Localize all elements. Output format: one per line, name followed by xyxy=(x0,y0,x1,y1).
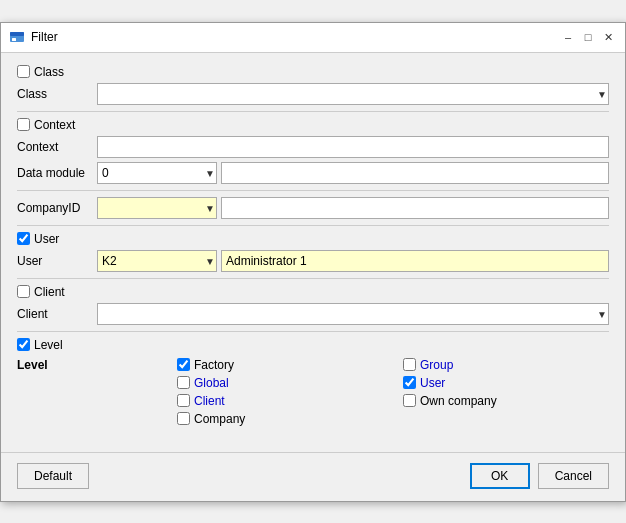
client-row: Client ▼ xyxy=(17,303,609,325)
datamodule-controls: 0 ▼ xyxy=(97,162,609,184)
factory-item: Factory xyxy=(177,358,383,372)
company-checkbox[interactable] xyxy=(177,412,190,425)
datamodule-text-input[interactable] xyxy=(221,162,609,184)
level-checkbox[interactable] xyxy=(17,338,30,351)
context-control xyxy=(97,136,609,158)
context-header: Context xyxy=(17,118,609,132)
user-text-input[interactable] xyxy=(221,250,609,272)
client-level-item: Client xyxy=(177,394,383,408)
user-controls: K2 ▼ xyxy=(97,250,609,272)
level-header: Level xyxy=(17,338,609,352)
ok-button[interactable]: OK xyxy=(470,463,530,489)
companyid-row: CompanyID ▼ xyxy=(17,197,609,219)
datamodule-select-wrapper: 0 ▼ xyxy=(97,162,217,184)
global-label: Global xyxy=(194,376,229,390)
companyid-text-input[interactable] xyxy=(221,197,609,219)
title-controls: – □ ✕ xyxy=(559,28,617,46)
class-checkbox[interactable] xyxy=(17,65,30,78)
footer: Default OK Cancel xyxy=(1,452,625,501)
svg-rect-1 xyxy=(10,32,24,36)
context-checkbox[interactable] xyxy=(17,118,30,131)
client-control: ▼ xyxy=(97,303,609,325)
user-level-checkbox[interactable] xyxy=(403,376,416,389)
company-label: Company xyxy=(194,412,245,426)
client-level-label: Client xyxy=(194,394,225,408)
client-select-wrapper: ▼ xyxy=(97,303,609,325)
companyid-select-wrapper: ▼ xyxy=(97,197,217,219)
client-field-label: Client xyxy=(17,307,97,321)
user-checkbox[interactable] xyxy=(17,232,30,245)
context-field-label: Context xyxy=(17,140,97,154)
client-header: Client xyxy=(17,285,609,299)
svg-rect-2 xyxy=(12,38,16,41)
level-field-label: Level xyxy=(17,356,97,372)
dialog-content: Class Class ▼ Context Context xyxy=(1,53,625,444)
divider-2 xyxy=(17,190,609,191)
divider-4 xyxy=(17,278,609,279)
datamodule-row: Data module 0 ▼ xyxy=(17,162,609,184)
factory-checkbox[interactable] xyxy=(177,358,190,371)
window-icon xyxy=(9,29,25,45)
user-select-wrapper: K2 ▼ xyxy=(97,250,217,272)
user-select[interactable]: K2 xyxy=(97,250,217,272)
datamodule-select[interactable]: 0 xyxy=(97,162,217,184)
level-checkboxes-container: Factory Group Global User xyxy=(97,356,609,426)
default-button[interactable]: Default xyxy=(17,463,89,489)
divider-1 xyxy=(17,111,609,112)
companyid-controls: ▼ xyxy=(97,197,609,219)
class-section: Class Class ▼ xyxy=(17,65,609,105)
factory-label: Factory xyxy=(194,358,234,372)
group-item: Group xyxy=(403,358,609,372)
group-checkbox[interactable] xyxy=(403,358,416,371)
cancel-button[interactable]: Cancel xyxy=(538,463,609,489)
user-field-label: User xyxy=(17,254,97,268)
class-control: ▼ xyxy=(97,83,609,105)
own-company-item: Own company xyxy=(403,394,609,408)
title-bar: Filter – □ ✕ xyxy=(1,23,625,53)
title-bar-left: Filter xyxy=(9,29,58,45)
user-section: User User K2 ▼ xyxy=(17,232,609,272)
context-section: Context Context Data module 0 ▼ xyxy=(17,118,609,184)
client-select[interactable] xyxy=(97,303,609,325)
context-section-label: Context xyxy=(34,118,75,132)
footer-buttons: OK Cancel xyxy=(470,463,609,489)
minimize-button[interactable]: – xyxy=(559,28,577,46)
client-checkbox[interactable] xyxy=(17,285,30,298)
datamodule-label: Data module xyxy=(17,166,97,180)
class-select[interactable] xyxy=(97,83,609,105)
user-header: User xyxy=(17,232,609,246)
user-level-label: User xyxy=(420,376,445,390)
class-row: Class ▼ xyxy=(17,83,609,105)
divider-3 xyxy=(17,225,609,226)
level-section-label: Level xyxy=(34,338,63,352)
user-section-label: User xyxy=(34,232,59,246)
own-company-label: Own company xyxy=(420,394,497,408)
maximize-button[interactable]: □ xyxy=(579,28,597,46)
close-button[interactable]: ✕ xyxy=(599,28,617,46)
client-level-checkbox[interactable] xyxy=(177,394,190,407)
divider-5 xyxy=(17,331,609,332)
user-row: User K2 ▼ xyxy=(17,250,609,272)
level-checkboxes: Factory Group Global User xyxy=(177,358,609,408)
class-header: Class xyxy=(17,65,609,79)
context-row: Context xyxy=(17,136,609,158)
client-section-label: Client xyxy=(34,285,65,299)
own-company-checkbox[interactable] xyxy=(403,394,416,407)
companyid-select[interactable] xyxy=(97,197,217,219)
class-select-wrapper: ▼ xyxy=(97,83,609,105)
global-item: Global xyxy=(177,376,383,390)
context-input[interactable] xyxy=(97,136,609,158)
level-section: Level Level Factory Group xyxy=(17,338,609,426)
filter-dialog: Filter – □ ✕ Class Class ▼ xyxy=(0,22,626,502)
window-title: Filter xyxy=(31,30,58,44)
company-row: Company xyxy=(177,412,609,426)
client-section: Client Client ▼ xyxy=(17,285,609,325)
class-section-label: Class xyxy=(34,65,64,79)
companyid-label: CompanyID xyxy=(17,201,97,215)
global-checkbox[interactable] xyxy=(177,376,190,389)
class-field-label: Class xyxy=(17,87,97,101)
company-item: Company xyxy=(177,412,609,426)
group-label: Group xyxy=(420,358,453,372)
user-level-item: User xyxy=(403,376,609,390)
level-row: Level Factory Group Global xyxy=(17,356,609,426)
